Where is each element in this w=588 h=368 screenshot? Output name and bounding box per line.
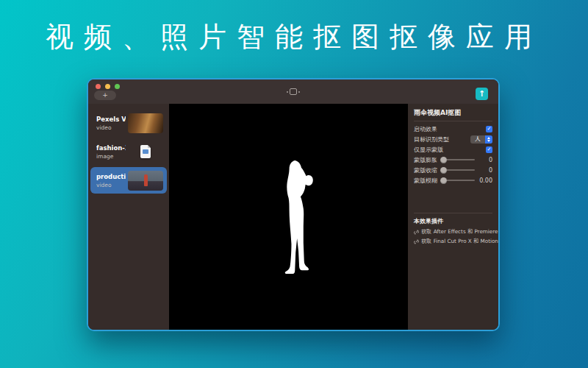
frame-icon (290, 88, 297, 95)
target-type-row: 目标识别类型 人 (414, 135, 492, 144)
mask-only-label: 仅显示蒙版 (414, 146, 443, 154)
window-content: Pexels Vid video fashion-30 image (88, 104, 498, 330)
mask-dilate-slider[interactable] (442, 159, 475, 160)
target-type-select[interactable]: 人 (470, 135, 492, 144)
media-item-fashion[interactable]: fashion-30 image (90, 138, 167, 165)
chevron-down-icon (487, 140, 490, 142)
slider-knob[interactable] (440, 167, 447, 174)
app-window: + ↑ Pexels Vid video fashi (87, 78, 500, 331)
slider-knob[interactable] (440, 177, 447, 184)
media-sidebar: Pexels Vid video fashion-30 image (88, 104, 169, 330)
titlebar: + ↑ (88, 79, 498, 104)
stepper-icon (485, 135, 492, 144)
mask-dilate-value: 0 (479, 157, 492, 163)
enable-effect-checkbox[interactable]: ✓ (486, 126, 492, 132)
zoom-button[interactable] (115, 84, 120, 89)
media-item-text: fashion-30 image (96, 144, 126, 160)
dot-icon (287, 91, 288, 93)
video-thumbnail (128, 113, 163, 133)
canvas-size-icon[interactable] (287, 88, 300, 95)
slider-knob[interactable] (440, 157, 447, 163)
video-thumbnail (128, 171, 163, 191)
person-mask-silhouette (282, 158, 318, 278)
mask-blur-row: 蒙版模糊 0.00 (414, 176, 492, 185)
effect-inspector: 雨伞视频AI抠图 启动效果 ✓ 目标识别类型 人 (408, 104, 498, 330)
folded-corner-icon (148, 145, 151, 148)
media-item-text: production video (96, 173, 126, 188)
link-icon (414, 230, 419, 235)
headline: 视频、照片智能抠图抠像应用 (0, 18, 588, 56)
mask-blur-label: 蒙版模糊 (414, 177, 437, 185)
effect-title: 雨伞视频AI抠图 (414, 108, 492, 121)
mask-shrink-label: 蒙版收缩 (414, 166, 437, 174)
mask-blur-slider[interactable] (442, 180, 475, 181)
mask-dilate-label: 蒙版膨胀 (414, 156, 437, 164)
target-type-label: 目标识别类型 (414, 135, 449, 144)
plugins-header: 本效果插件 (414, 217, 492, 225)
mask-dilate-row: 蒙版膨胀 0 (414, 155, 492, 164)
link-icon (414, 239, 419, 244)
media-item-production-selected[interactable]: production video (90, 167, 167, 194)
plugin-link-text: 获取 After Effects 和 Premiere Pro 版本插件 (421, 228, 500, 236)
woman-red-dress-figure (144, 174, 148, 186)
add-media-button[interactable]: + (94, 91, 116, 100)
preview-canvas[interactable] (169, 104, 408, 330)
export-upload-button[interactable]: ↑ (476, 88, 488, 100)
image-glyph-icon (143, 149, 148, 154)
media-item-pexels[interactable]: Pexels Vid video (90, 110, 167, 136)
media-item-type: image (96, 153, 126, 160)
fcpx-motion-plugin-link[interactable]: 获取 Final Cut Pro X 和 Motion 版本插件 (414, 238, 492, 245)
media-item-text: Pexels Vid video (96, 116, 126, 131)
mask-shrink-row: 蒙版收缩 0 (414, 166, 492, 174)
ae-premiere-plugin-link[interactable]: 获取 After Effects 和 Premiere Pro 版本插件 (414, 228, 492, 236)
close-button[interactable] (96, 84, 101, 89)
media-item-name: production (96, 173, 126, 180)
marketing-background: 视频、照片智能抠图抠像应用 + ↑ Pexels Vid video (0, 0, 588, 368)
media-item-type: video (96, 124, 126, 131)
image-file-icon (128, 145, 163, 158)
mask-only-checkbox[interactable]: ✓ (486, 146, 492, 153)
enable-effect-row: 启动效果 ✓ (414, 124, 492, 133)
mask-blur-value: 0.00 (479, 177, 492, 184)
mask-shrink-slider[interactable] (442, 169, 475, 171)
traffic-lights (96, 84, 120, 89)
document-icon (140, 145, 151, 158)
mask-only-row: 仅显示蒙版 ✓ (414, 145, 492, 154)
minimize-button[interactable] (105, 84, 110, 89)
media-item-name: fashion-30 (96, 144, 126, 152)
media-item-type: video (96, 182, 126, 188)
plugins-section: 本效果插件 获取 After Effects 和 Premiere Pro 版本… (414, 213, 492, 247)
chevron-up-icon (487, 137, 490, 139)
dot-icon (298, 91, 300, 93)
mask-shrink-value: 0 (479, 167, 492, 174)
media-item-name: Pexels Vid (96, 116, 126, 123)
enable-effect-label: 启动效果 (414, 125, 437, 133)
target-type-value: 人 (470, 135, 485, 143)
plugin-link-text: 获取 Final Cut Pro X 和 Motion 版本插件 (421, 238, 500, 245)
